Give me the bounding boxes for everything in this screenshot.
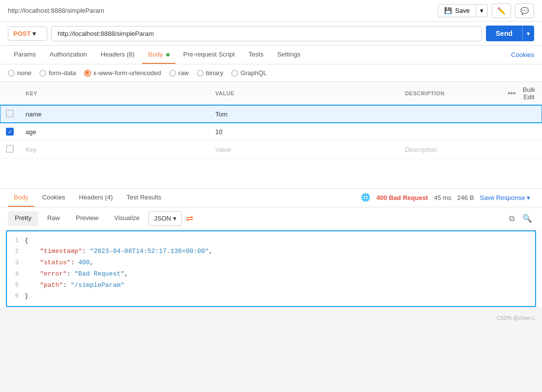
code-line: 5 "path": "/simpleParam" <box>7 280 535 291</box>
tab-body[interactable]: Body <box>142 46 175 64</box>
radio-graphql-label: GraphQL <box>241 69 267 77</box>
bulk-edit-button[interactable]: Bulk Edit <box>522 86 536 101</box>
body-active-dot <box>166 53 170 56</box>
code-line: 4 "error": "Bad Request", <box>7 269 535 280</box>
row1-checkbox[interactable] <box>6 110 14 117</box>
rtab-body[interactable]: Body <box>8 189 34 207</box>
radio-binary[interactable]: binary <box>197 69 223 77</box>
format-select[interactable]: JSON ▾ <box>149 211 182 226</box>
save-icon: 💾 <box>444 7 452 14</box>
tab-tests[interactable]: Tests <box>242 46 269 64</box>
row1-key-cell <box>20 105 210 123</box>
request-bar: POST ▾ Send ▾ <box>0 22 542 46</box>
send-button-group: Send ▾ <box>486 26 534 41</box>
tab-authorization[interactable]: Authorization <box>44 46 93 64</box>
radio-none-label: none <box>17 69 31 77</box>
rtab-headers[interactable]: Headers (4) <box>73 189 119 207</box>
col-checkbox <box>0 82 20 105</box>
main-tabs: Params Authorization Headers (8) Body Pr… <box>0 46 542 64</box>
radio-graphql-circle <box>231 70 238 77</box>
row1-key-input[interactable] <box>20 106 210 123</box>
row2-desc-cell <box>399 123 498 140</box>
row1-value-input[interactable] <box>210 106 399 123</box>
format-tabs: Pretty Raw Preview Visualize JSON ▾ ⇌ <box>8 211 195 226</box>
params-table: KEY VALUE DESCRIPTION ••• Bulk Edit <box>0 82 542 159</box>
rtab-cookies[interactable]: Cookies <box>36 189 71 207</box>
page-url: http://localhost:8888/simpleParam <box>8 7 104 14</box>
row2-key-input[interactable] <box>20 123 210 140</box>
row2-actions-cell <box>498 123 542 140</box>
tab-prerequest[interactable]: Pre-request Script <box>178 46 241 64</box>
row3-checkbox-cell <box>0 140 20 158</box>
response-size: 246 B <box>457 194 474 201</box>
table-row <box>0 105 542 123</box>
method-label: POST <box>13 30 30 37</box>
code-line: 6 } <box>7 291 535 302</box>
code-line: 1 { <box>7 235 535 247</box>
ftab-pretty[interactable]: Pretty <box>8 211 38 226</box>
wrap-lines-button[interactable]: ⇌ <box>184 211 195 226</box>
ftab-visualize[interactable]: Visualize <box>107 211 147 226</box>
more-options-button[interactable]: ••• <box>504 87 520 100</box>
row2-key-cell <box>20 123 210 140</box>
radio-binary-circle <box>197 70 204 77</box>
radio-raw[interactable]: raw <box>169 69 189 77</box>
save-button-group[interactable]: 💾 Save ▾ <box>438 4 488 17</box>
row3-checkbox[interactable] <box>6 145 14 153</box>
radio-graphql[interactable]: GraphQL <box>231 69 267 77</box>
row2-desc-input[interactable] <box>399 123 498 140</box>
row3-desc-cell <box>399 140 498 158</box>
radio-raw-circle <box>169 70 176 77</box>
top-actions: 💾 Save ▾ ✏️ 💬 <box>438 3 534 18</box>
row1-desc-input[interactable] <box>399 106 498 123</box>
row2-checkbox-cell <box>0 123 20 140</box>
radio-urlencoded[interactable]: x-www-form-urlencoded <box>84 69 161 77</box>
send-button[interactable]: Send <box>486 26 522 41</box>
save-response-chevron: ▾ <box>527 194 530 201</box>
row3-value-input[interactable] <box>210 141 399 158</box>
response-tabs: Body Cookies Headers (4) Test Results 🌐 … <box>0 189 542 207</box>
row3-desc-input[interactable] <box>399 141 498 158</box>
rtab-test-results[interactable]: Test Results <box>120 189 167 207</box>
row3-actions-cell <box>498 140 542 158</box>
radio-form-data[interactable]: form-data <box>39 69 76 77</box>
response-section: Body Cookies Headers (4) Test Results 🌐 … <box>0 188 542 308</box>
table-header: KEY VALUE DESCRIPTION ••• Bulk Edit <box>0 82 542 105</box>
row2-value-input[interactable] <box>210 123 399 140</box>
row3-key-cell <box>20 140 210 158</box>
row1-checkbox-cell <box>0 105 20 123</box>
response-status: 400 Bad Request <box>376 194 428 201</box>
row1-actions-cell <box>498 105 542 123</box>
row2-checkbox[interactable] <box>6 128 14 136</box>
send-dropdown-button[interactable]: ▾ <box>522 26 534 41</box>
radio-raw-label: raw <box>179 69 189 77</box>
radio-urlencoded-circle <box>84 70 91 77</box>
radio-none[interactable]: none <box>8 69 31 77</box>
cookies-link[interactable]: Cookies <box>511 51 534 58</box>
ftab-raw[interactable]: Raw <box>40 211 67 226</box>
copy-button[interactable]: ⧉ <box>507 212 516 225</box>
url-input[interactable] <box>51 26 482 41</box>
tabs-left: Params Authorization Headers (8) Body Pr… <box>8 46 306 64</box>
save-dropdown-button[interactable]: ▾ <box>476 4 487 17</box>
edit-icon-button[interactable]: ✏️ <box>492 3 511 18</box>
code-line: 2 "timestamp": "2023-04-08T14:52:17.136+… <box>7 246 535 257</box>
top-bar: http://localhost:8888/simpleParam 💾 Save… <box>0 0 542 22</box>
radio-binary-label: binary <box>206 69 223 77</box>
ftab-preview[interactable]: Preview <box>69 211 105 226</box>
row3-key-input[interactable] <box>20 141 210 158</box>
save-response-button[interactable]: Save Response ▾ <box>480 194 530 201</box>
tab-params[interactable]: Params <box>8 46 42 64</box>
format-label: JSON <box>154 215 171 222</box>
radio-form-data-label: form-data <box>49 69 76 77</box>
tab-settings[interactable]: Settings <box>271 46 306 64</box>
col-value: VALUE <box>210 82 399 105</box>
radio-urlencoded-label: x-www-form-urlencoded <box>93 69 161 77</box>
method-select[interactable]: POST ▾ <box>8 27 47 41</box>
search-button[interactable]: 🔍 <box>520 212 534 225</box>
save-main-button[interactable]: 💾 Save <box>438 4 476 17</box>
response-tabs-left: Body Cookies Headers (4) Test Results <box>8 189 167 207</box>
tab-headers[interactable]: Headers (8) <box>95 46 141 64</box>
comment-icon-button[interactable]: 💬 <box>515 3 534 18</box>
row2-value-cell <box>210 123 399 140</box>
